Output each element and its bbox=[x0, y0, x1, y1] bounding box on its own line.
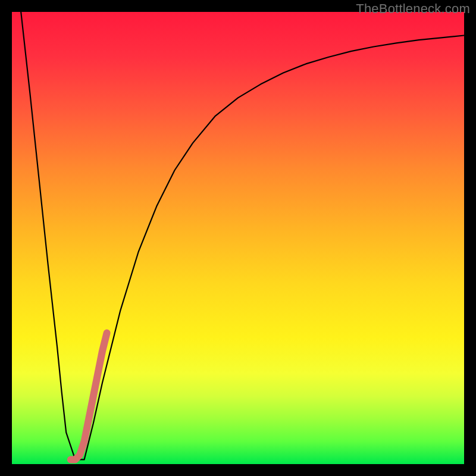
chart-svg bbox=[12, 12, 464, 464]
black-curve-path bbox=[21, 12, 464, 459]
chart-frame: TheBottleneck.com bbox=[0, 0, 476, 476]
watermark-text: TheBottleneck.com bbox=[356, 1, 470, 17]
